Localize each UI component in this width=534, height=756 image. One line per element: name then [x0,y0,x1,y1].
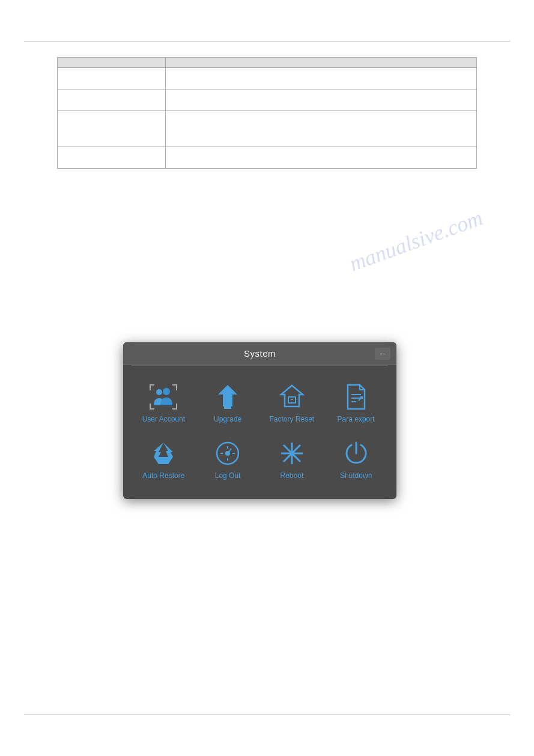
shutdown-svg [343,440,369,467]
info-table-section [57,57,477,169]
shutdown-label: Shutdown [340,471,372,480]
log-out-svg [214,440,241,467]
auto-restore-svg [150,440,177,467]
dialog-content: User Account Upgrade [123,366,396,499]
svg-marker-10 [218,385,237,407]
table-cell [166,68,477,89]
user-account-svg [149,384,178,410]
svg-rect-5 [150,408,154,410]
para-export-label: Para export [338,415,375,423]
watermark: manualsive.com [346,205,486,276]
table-row [58,68,477,89]
table-cell [58,68,166,89]
dialog-titlebar: System ← [123,342,396,365]
log-out-label: Log Out [215,471,241,480]
table-row [58,111,477,147]
table-cell [58,147,166,169]
reboot-icon [278,439,306,468]
col-header-2 [166,58,477,68]
dialog-title: System [244,348,276,358]
icon-grid: User Account Upgrade [132,378,388,485]
upgrade-icon [213,383,242,411]
table-row [58,89,477,111]
table-cell [166,111,477,147]
table-cell [58,89,166,111]
user-account-label: User Account [142,415,185,423]
log-out-item[interactable]: Log Out [196,434,260,485]
factory-reset-item[interactable]: Factory Reset [260,378,324,428]
system-dialog: System ← [123,342,396,499]
upgrade-label: Upgrade [214,415,241,423]
col-header-1 [58,58,166,68]
svg-point-9 [163,388,170,395]
reboot-item[interactable]: Reboot [260,434,324,485]
top-divider [24,41,510,41]
shutdown-icon [342,439,371,468]
factory-reset-label: Factory Reset [270,415,315,423]
auto-restore-label: Auto Restore [142,471,184,480]
svg-rect-7 [176,404,177,410]
factory-reset-svg [279,384,305,410]
svg-rect-1 [150,384,151,390]
user-account-item[interactable]: User Account [132,378,196,428]
svg-rect-3 [176,384,177,390]
para-export-item[interactable]: Para export [324,378,388,428]
para-export-icon [342,383,371,411]
table-cell [58,111,166,147]
reboot-svg [279,440,305,467]
reboot-label: Reboot [281,471,304,480]
auto-restore-item[interactable]: Auto Restore [132,434,196,485]
table-row [58,147,477,169]
factory-reset-icon [278,383,306,411]
upgrade-svg [216,384,240,410]
table-cell [166,147,477,169]
bottom-divider [24,715,510,715]
log-out-icon [213,439,242,468]
auto-restore-icon [149,439,178,468]
shutdown-item[interactable]: Shutdown [324,434,388,485]
table-cell [166,89,477,111]
svg-rect-11 [224,407,231,409]
user-account-icon [149,383,178,411]
dialog-close-button[interactable]: ← [375,348,390,360]
info-table [57,57,477,169]
para-export-svg [344,384,368,410]
svg-point-8 [156,389,162,395]
upgrade-item[interactable]: Upgrade [196,378,260,428]
